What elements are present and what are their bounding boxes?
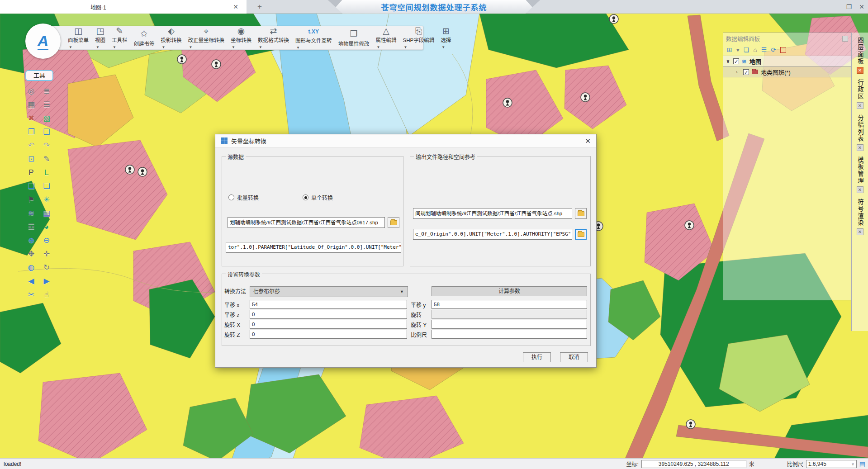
param-input-比例尺[interactable] (432, 330, 587, 339)
source-browse-button[interactable] (388, 217, 399, 228)
output-path-input[interactable]: 间规划辅助编制系统/9江西测试数据/江西省/江西省气象站点.shp (413, 208, 572, 219)
layer-tree-child[interactable]: › ✓ 地类图斑(*) (723, 66, 851, 77)
globe-view-tool[interactable]: ◍ (25, 262, 37, 273)
remove-icon[interactable]: − (780, 47, 786, 53)
edit-nodes-tool[interactable]: ✳ (41, 194, 52, 205)
zoom-in-tool[interactable]: ⊕ (25, 235, 37, 246)
radio-checked-icon[interactable] (303, 194, 308, 200)
add-location-tool[interactable]: ◎ (25, 86, 37, 97)
side-tab-行政区[interactable]: 行政区 (855, 79, 864, 100)
chevron-right-icon[interactable]: › (736, 69, 740, 75)
layer-checkbox[interactable]: ✓ (733, 58, 739, 64)
output-browse-button[interactable] (575, 208, 587, 219)
param-input-旋转 X[interactable]: 0 (250, 320, 407, 329)
layer-tree-root[interactable]: ∨ ✓ ≋ 地图 (723, 56, 851, 66)
shrink-extent-tool[interactable]: ✛ (41, 249, 52, 260)
toolbar-item-坐标转换[interactable]: ◉坐标转换▼ (228, 26, 255, 49)
restore-icon[interactable]: ❐ (846, 3, 852, 10)
toolbar-item-SHP字段编辑[interactable]: ⎘SHP字段编辑▼ (400, 26, 438, 49)
param-input-旋转 Y[interactable] (432, 320, 587, 329)
add-layer-icon[interactable]: ❏ (744, 46, 749, 53)
toolbar-item-投影转换[interactable]: ⬖投影转换▼ (158, 26, 185, 49)
toolbar-item-属性编辑[interactable]: △属性编辑▼ (373, 26, 400, 49)
side-tab-图层面板[interactable]: 图层面板 (855, 37, 864, 65)
toolbar-item-创建书签[interactable]: ✩创建书签 (131, 26, 158, 49)
dialog-titlebar[interactable]: 矢量坐标转换 ✕ (215, 134, 596, 148)
panel-minimize-button[interactable] (842, 36, 848, 42)
cancel-button[interactable]: 取消 (560, 352, 588, 362)
side-tab-模板管理[interactable]: 模板管理 (855, 156, 864, 185)
side-tab-close-icon[interactable]: ✕ (857, 67, 863, 74)
execute-button[interactable]: 执行 (523, 352, 551, 362)
method-dropdown[interactable]: 七参布尔莎 ▼ (250, 286, 408, 297)
new-tab-button[interactable]: + (254, 1, 265, 12)
param-input-旋转 Z[interactable]: 0 (250, 330, 407, 339)
block-edit-tool[interactable]: ▤ (41, 208, 52, 219)
radio-unchecked-icon[interactable] (228, 194, 234, 200)
add-grid-icon[interactable]: ⊞ (727, 46, 732, 53)
clip-tool[interactable]: ✂ (25, 289, 37, 300)
tab-close-icon[interactable]: ✕ (233, 3, 238, 10)
redo-tool[interactable]: ↷ (41, 140, 52, 151)
delete-tool[interactable]: ☲ (25, 222, 37, 232)
toolbar-item-数据格式转换[interactable]: ⇄数据格式转换▼ (255, 26, 292, 49)
area-select-tool[interactable]: ▧ (41, 113, 52, 124)
zoom-out-tool[interactable]: ⊖ (41, 235, 52, 246)
output-wkt-input[interactable]: e_Of_Origin",0.0],UNIT["Meter",1.0],AUTH… (413, 229, 572, 240)
full-extent-tool[interactable]: ✥ (25, 249, 37, 260)
side-tab-close-icon[interactable]: ✕ (857, 228, 863, 235)
pan-right-tool[interactable]: ▶ (41, 276, 52, 287)
pan-left-tool[interactable]: ◀ (25, 276, 37, 287)
scale-select[interactable]: 1:6,945 ∨ (806, 460, 857, 468)
toolbar-item-改正量坐标转换[interactable]: ⌖改正量坐标转换▼ (185, 26, 228, 49)
frame-select-tool[interactable]: ⊡ (25, 154, 37, 165)
side-tab-符号渲染[interactable]: 符号渲染 (855, 199, 864, 227)
source-path-input[interactable]: 划辅助编制系统/9江西测试数据/江西省/江西省气象站点0617.shp (228, 217, 385, 228)
cancel-selection-tool[interactable]: ✖ (25, 113, 37, 124)
list-icon[interactable]: ☰ (761, 46, 767, 53)
label-box-tool[interactable]: L (41, 167, 52, 178)
statistics-tool[interactable]: ◕ (41, 222, 52, 232)
dropdown-arrow-icon[interactable]: ▾ (736, 46, 740, 53)
radio-single-transform[interactable]: 单个转换 (303, 194, 333, 201)
refresh-icon[interactable]: ⟳ (771, 46, 776, 53)
merge-polygon-tool[interactable]: ❏ (25, 181, 37, 192)
layer-transfer-tool[interactable]: ≋ (25, 208, 37, 219)
minimize-icon[interactable]: ─ (835, 3, 839, 10)
undo-tool[interactable]: ↶ (25, 140, 37, 151)
pixel-convert-tool[interactable]: P (25, 167, 37, 178)
toolbar-item-视图[interactable]: ◳视图▼ (92, 26, 109, 49)
save-database-tool[interactable]: ☰ (41, 99, 52, 110)
paste-feature-tool[interactable]: ❐ (25, 127, 37, 137)
toolbar-item-面板菜单[interactable]: ◫面板菜单▼ (65, 26, 92, 49)
dialog-close-icon[interactable]: ✕ (585, 137, 591, 145)
side-tab-close-icon[interactable]: ✕ (857, 144, 863, 151)
param-input-平移 y[interactable]: 58 (432, 300, 587, 309)
toolbar-item-地物属性修改[interactable]: ❐地物属性修改 (335, 26, 373, 49)
output-spatialref-browse-button[interactable] (575, 229, 587, 240)
toolbar-item-选择[interactable]: ⊞选择▼ (437, 26, 454, 49)
refresh-tool[interactable]: ↻ (41, 262, 52, 273)
layer-checkbox[interactable]: ✓ (743, 69, 749, 75)
group-icon[interactable]: ⌂ (753, 46, 757, 53)
param-input-平移 z[interactable]: 0 (250, 310, 407, 319)
save-tool[interactable]: ▦ (25, 99, 37, 110)
param-input-平移 x[interactable]: 54 (250, 300, 407, 309)
add-database-tool[interactable]: ≣ (41, 86, 52, 97)
tab-map-1[interactable]: 地图-1 ✕ (0, 0, 247, 14)
pan-hand-tool[interactable]: ☝ (41, 289, 52, 300)
side-tab-分幅列表[interactable]: 分幅列表 (855, 114, 864, 142)
toolbar-item-工具栏[interactable]: ✎工具栏▼ (109, 26, 131, 49)
toolbar-item-图形与文件互转[interactable]: t.XY图形与文件互转▼ (292, 26, 335, 49)
close-icon[interactable]: ✕ (859, 3, 864, 10)
source-wkt-input[interactable]: tor",1.0],PARAMETER["Latitude_Of_Origin"… (226, 242, 401, 253)
radio-batch-transform[interactable]: 批量转换 (228, 194, 259, 201)
paste-attribute-tool[interactable]: ❑ (41, 127, 52, 137)
side-tab-close-icon[interactable]: ✕ (857, 186, 863, 193)
edit-feature-tool[interactable]: ✎ (41, 154, 52, 165)
node-flag-tool[interactable]: ⚑ (25, 194, 37, 205)
chevron-down-icon[interactable]: ∨ (726, 58, 730, 64)
union-polygon-tool[interactable]: ❏ (41, 181, 52, 192)
coordinate-list-icon[interactable]: ▤ (859, 460, 865, 468)
calc-params-button[interactable]: 计算参数 (432, 286, 587, 296)
